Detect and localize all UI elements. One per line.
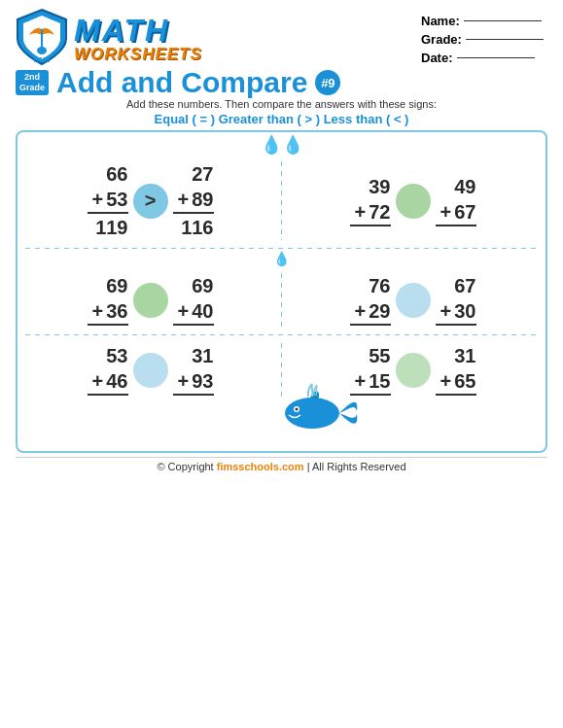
section-2: 69 +36 69 +40 76 +29	[25, 267, 538, 332]
svg-point-2	[285, 398, 339, 429]
worksheet-box: 💧💧 66 +53 119 > 27 +89 116	[16, 130, 547, 453]
pair-3-right: 55 +15 31 +65	[350, 343, 476, 397]
prob-2d: 67 +30	[436, 273, 476, 327]
logo-area: FIMS MATH WORKSHEETS	[16, 8, 202, 66]
pair-2-right: 76 +29 67 +30	[350, 273, 476, 327]
date-label: Date:	[421, 51, 453, 65]
v-divider-1	[281, 161, 282, 240]
compare-circle-1: >	[133, 184, 168, 219]
compare-circle-3	[133, 353, 168, 388]
pair-1-right: 39 +72 49 +67	[350, 174, 476, 227]
grade-underline	[466, 39, 544, 40]
header: FIMS MATH WORKSHEETS Name: Grade: Date:	[16, 8, 547, 66]
pair-1-left: 66 +53 119 > 27 +89 116	[88, 161, 214, 240]
name-label: Name:	[421, 14, 460, 28]
num2: +46	[92, 368, 128, 394]
num1: 76	[369, 273, 390, 298]
h-divider-2	[25, 334, 538, 335]
compare-circle-1r	[396, 184, 431, 219]
num2: +67	[440, 199, 476, 225]
result	[173, 394, 214, 397]
prob-3d: 31 +65	[436, 343, 476, 397]
date-underline	[457, 57, 535, 58]
copyright-text: Copyright	[168, 461, 217, 472]
result	[436, 394, 476, 397]
signs-row: Equal ( = ) Greater than ( > ) Less than…	[16, 112, 547, 126]
grade-line: Grade:	[421, 32, 547, 47]
copyright-rights: | All Rights Reserved	[307, 461, 406, 472]
num2: +89	[178, 187, 214, 212]
problem-badge: #9	[315, 70, 340, 95]
result	[88, 324, 128, 327]
num2: +53	[92, 187, 128, 212]
pair-2-left: 69 +36 69 +40	[88, 273, 214, 327]
name-line: Name:	[421, 14, 547, 28]
result	[88, 394, 128, 397]
num1: 31	[454, 343, 475, 368]
copyright-symbol: ©	[157, 461, 164, 472]
svg-point-4	[295, 408, 298, 411]
prob-1d: 49 +67	[436, 174, 476, 227]
page: FIMS MATH WORKSHEETS Name: Grade: Date:	[0, 0, 563, 728]
copyright-bar: © Copyright fimsschools.com | All Rights…	[16, 457, 547, 472]
worksheets-title: WORKSHEETS	[74, 46, 202, 62]
prob-1c: 39 +72	[350, 174, 391, 227]
title-block: MATH WORKSHEETS	[74, 15, 202, 62]
num1: 66	[106, 161, 127, 187]
v-divider-2	[281, 273, 282, 327]
subtitle: Add these numbers. Then compare the answ…	[16, 98, 547, 110]
prob-1a: 66 +53 119	[88, 161, 128, 240]
svg-text:FIMS: FIMS	[34, 56, 51, 63]
num2: +65	[440, 368, 476, 394]
prob-1b: 27 +89 116	[173, 161, 214, 240]
result	[436, 324, 476, 327]
num1: 53	[106, 343, 127, 368]
page-title-row: 2nd Grade Add and Compare #9	[16, 68, 547, 97]
result	[173, 324, 214, 327]
num1: 27	[192, 161, 213, 187]
num1: 39	[369, 174, 390, 199]
num2: +93	[178, 368, 214, 394]
num1: 69	[106, 273, 127, 298]
num2: +40	[178, 298, 214, 324]
num1: 55	[369, 343, 390, 368]
num2: +29	[355, 298, 391, 324]
math-title: MATH	[74, 15, 169, 46]
num1: 67	[454, 273, 475, 298]
result	[350, 225, 391, 227]
num1: 31	[192, 343, 213, 368]
mid-drop-1: 💧	[25, 251, 538, 266]
result: 116	[173, 212, 214, 240]
compare-circle-2	[133, 283, 168, 318]
school-logo: FIMS	[16, 8, 68, 66]
grade-badge: 2nd Grade	[16, 70, 49, 95]
prob-2a: 69 +36	[88, 273, 128, 327]
section-1: 66 +53 119 > 27 +89 116 39 +72	[25, 156, 538, 246]
website-link: fimsschools.com	[217, 461, 304, 472]
prob-3a: 53 +46	[88, 343, 128, 397]
prob-2c: 76 +29	[350, 273, 391, 327]
prob-2b: 69 +40	[173, 273, 214, 327]
pair-3-left: 53 +46 31 +93	[88, 343, 214, 397]
name-block: Name: Grade: Date:	[421, 8, 547, 65]
whale-decoration	[273, 382, 361, 439]
page-main-title: Add and Compare	[56, 68, 307, 97]
num1: 69	[192, 273, 213, 298]
grade-label: Grade:	[421, 32, 462, 47]
num1: 49	[454, 174, 475, 199]
date-line: Date:	[421, 51, 547, 65]
result: 119	[88, 212, 128, 240]
compare-circle-2r	[396, 283, 431, 318]
num2: +72	[355, 199, 391, 225]
svg-point-0	[37, 47, 47, 54]
h-divider-1	[25, 248, 538, 249]
result	[436, 225, 476, 227]
num2: +30	[440, 298, 476, 324]
result	[350, 324, 391, 327]
compare-circle-3r	[396, 353, 431, 388]
prob-3b: 31 +93	[173, 343, 214, 397]
name-underline	[464, 20, 542, 21]
drop-decoration: 💧💧	[25, 136, 538, 154]
num2: +36	[92, 298, 128, 324]
